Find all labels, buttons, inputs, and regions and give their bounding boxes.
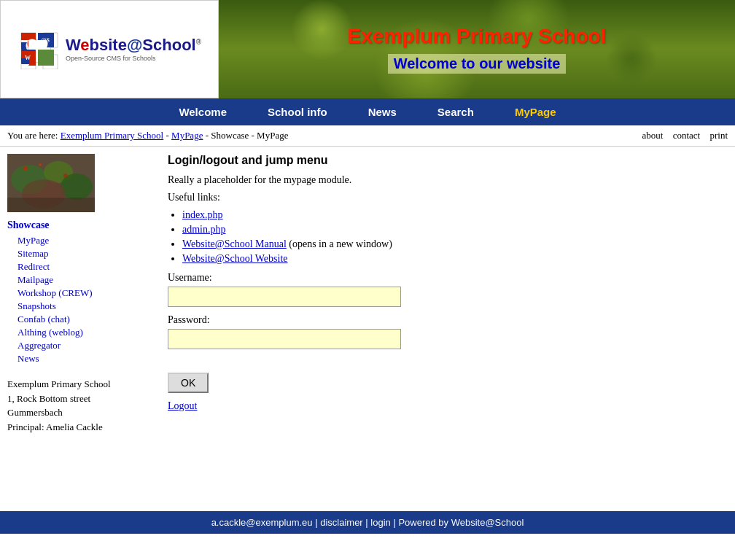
sidebar-item-workshop[interactable]: Workshop (CREW) (7, 287, 146, 300)
username-label: Username: (168, 272, 720, 284)
sidebar: Showcase MyPage Sitemap Redirect Mailpag… (0, 147, 153, 511)
nav-news[interactable]: News (348, 98, 417, 125)
breadcrumb: You are here: Exemplum Primary School - … (7, 130, 288, 141)
sidebar-thumbnail (7, 154, 95, 212)
logo-main-text: Website@School® (66, 36, 201, 54)
banner: Exemplum Primary School Welcome to our w… (219, 0, 735, 98)
useful-links-list: index.php admin.php Website@School Manua… (182, 209, 720, 265)
nav-school-info[interactable]: School info (247, 98, 348, 125)
logo-text: Website@School® Open-Source CMS for Scho… (66, 36, 201, 61)
breadcrumb-sep1: - (166, 130, 171, 141)
address-school-name: Exemplum Primary School (7, 377, 146, 392)
navbar: Welcome School info News Search MyPage (0, 98, 735, 125)
content-area: Login/logout and jump menu Really a plac… (153, 147, 735, 511)
link-manual-extra: (opens in a new window) (287, 238, 392, 249)
breadcrumb-utility-links: about contact print (635, 130, 728, 141)
footer-powered-by: Powered by Website@School (398, 517, 524, 528)
sidebar-item-news[interactable]: News (7, 352, 146, 365)
breadcrumb-showcase: Showcase (211, 130, 249, 141)
logo-container: W @S Website@School® Open-Source CMS for… (18, 29, 201, 69)
link-index[interactable]: index.php (182, 209, 223, 220)
breadcrumb-mypage-link[interactable]: MyPage (171, 130, 203, 141)
username-input[interactable] (168, 287, 401, 307)
address-city: Gummersbach (7, 405, 146, 420)
svg-point-10 (39, 163, 42, 166)
sidebar-item-sitemap[interactable]: Sitemap (7, 247, 146, 260)
sidebar-item-confab[interactable]: Confab (chat) (7, 313, 146, 326)
list-item: Website@School Manual (opens in a new wi… (182, 238, 720, 250)
list-item: index.php (182, 209, 720, 221)
logo-puzzle-icon: W @S (18, 29, 61, 69)
svg-rect-8 (7, 198, 95, 212)
address-street: 1, Rock Bottom street (7, 392, 146, 406)
link-manual[interactable]: Website@School Manual (182, 238, 287, 249)
sidebar-showcase-title[interactable]: Showcase (7, 219, 146, 231)
content-title: Login/logout and jump menu (168, 154, 720, 167)
address-principal: Principal: Amelia Cackle (7, 420, 146, 435)
sidebar-item-aggregator[interactable]: Aggregator (7, 339, 146, 352)
logo-sub-text: Open-Source CMS for Schools (66, 55, 201, 62)
svg-text:W: W (25, 55, 31, 61)
link-admin[interactable]: admin.php (182, 224, 226, 235)
school-title: Exemplum Primary School (348, 25, 607, 48)
sidebar-item-mypage[interactable]: MyPage (7, 234, 146, 247)
header: W @S Website@School® Open-Source CMS for… (0, 0, 735, 98)
nav-welcome[interactable]: Welcome (158, 98, 247, 125)
footer-email[interactable]: a.cackle@exemplum.eu (211, 517, 313, 528)
svg-text:@S: @S (41, 37, 50, 44)
svg-point-11 (63, 174, 68, 178)
password-label: Password: (168, 314, 720, 326)
breadcrumb-you-are-here: You are here: (7, 130, 58, 141)
nav-search[interactable]: Search (417, 98, 494, 125)
footer-login[interactable]: login (370, 517, 390, 528)
content-description: Really a placeholder for the mypage modu… (168, 174, 720, 186)
about-link[interactable]: about (642, 130, 664, 141)
sidebar-item-althing[interactable]: Althing (weblog) (7, 326, 146, 339)
svg-point-9 (23, 166, 28, 171)
ok-button[interactable]: OK (168, 373, 209, 393)
nav-mypage[interactable]: MyPage (494, 98, 577, 125)
list-item: Website@School Website (182, 253, 720, 265)
school-welcome: Welcome to our website (388, 54, 567, 74)
useful-links-label: Useful links: (168, 192, 720, 203)
link-website[interactable]: Website@School Website (182, 253, 288, 264)
sidebar-item-mailpage[interactable]: Mailpage (7, 273, 146, 287)
list-item: admin.php (182, 224, 720, 236)
sidebar-address: Exemplum Primary School 1, Rock Bottom s… (7, 377, 146, 434)
contact-link[interactable]: contact (673, 130, 701, 141)
logout-link[interactable]: Logout (168, 400, 197, 412)
sidebar-item-redirect[interactable]: Redirect (7, 260, 146, 273)
footer: a.cackle@exemplum.eu | disclaimer | logi… (0, 511, 735, 534)
password-input[interactable] (168, 329, 401, 349)
sidebar-image (7, 154, 95, 212)
print-link[interactable]: print (709, 130, 728, 141)
breadcrumb-mypage-text: MyPage (257, 130, 288, 141)
breadcrumb-bar: You are here: Exemplum Primary School - … (0, 125, 735, 147)
sidebar-item-snapshots[interactable]: Snapshots (7, 300, 146, 313)
breadcrumb-sep3: - (252, 130, 257, 141)
logo-area: W @S Website@School® Open-Source CMS for… (0, 0, 219, 98)
banner-dots (219, 0, 735, 98)
footer-disclaimer[interactable]: disclaimer (320, 517, 363, 528)
breadcrumb-school-link[interactable]: Exemplum Primary School (61, 130, 164, 141)
main-layout: Showcase MyPage Sitemap Redirect Mailpag… (0, 147, 735, 511)
